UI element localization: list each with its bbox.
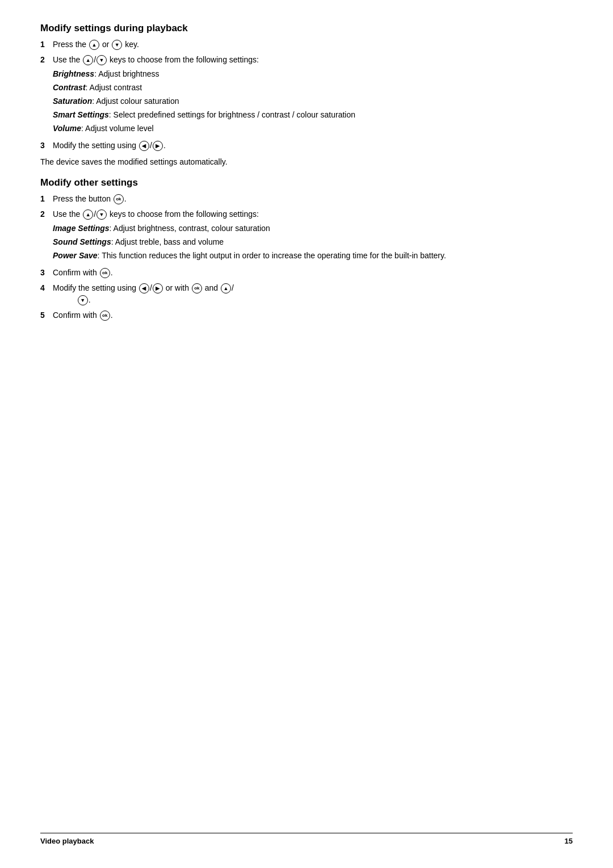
other-step5-content: Confirm with ok. [53,309,573,321]
other-step5-number: 5 [40,309,53,321]
step1-content: Press the or key. [53,39,573,51]
other-step1-content: Press the button ok. [53,193,573,205]
section-modify-other: Modify other settings 1 Press the button… [40,177,573,321]
step1-number: 1 [40,39,53,51]
contrast-setting: Contrast: Adjust contrast [53,82,573,94]
auto-save-note: The device saves the modified settings a… [40,156,573,168]
footer-label: Video playback [40,837,94,845]
sound-settings: Sound Settings: Adjust treble, bass and … [53,236,573,248]
smart-settings-setting: Smart Settings: Select predefined settin… [53,109,573,121]
other-step1: 1 Press the button ok. [40,193,573,205]
settings-list2: Image Settings: Adjust brightness, contr… [53,223,573,262]
down-arrow-icon [112,40,122,50]
ok-button-icon1: ok [114,194,124,204]
ok-button-icon3: ok [192,283,202,293]
up-arrow-icon2 [83,55,93,65]
settings-list1: Brightness: Adjust brightness Contrast: … [53,68,573,135]
ok-button-icon4: ok [100,311,110,321]
section-modify-playback: Modify settings during playback 1 Press … [40,23,573,168]
image-settings: Image Settings: Adjust brightness, contr… [53,223,573,234]
saturation-setting: Saturation: Adjust colour saturation [53,95,573,107]
down-arrow-icon2 [96,55,107,65]
other-step3-content: Confirm with ok. [53,267,573,279]
step2-number: 2 [40,54,53,136]
other-step3-number: 3 [40,267,53,279]
other-step4-number: 4 [40,282,53,306]
section2-steps: 1 Press the button ok. 2 Use the / keys … [40,193,573,321]
left-arrow-icon [139,141,149,151]
page-number: 15 [565,837,573,845]
other-step3: 3 Confirm with ok. [40,267,573,279]
step3-number: 3 [40,140,53,152]
brightness-setting: Brightness: Adjust brightness [53,68,573,80]
other-step2-content: Use the / keys to choose from the follow… [53,208,573,263]
page-footer: Video playback 15 [40,833,573,845]
section1-steps: 1 Press the or key. 2 Use the / keys to … [40,39,573,152]
ok-button-icon2: ok [100,268,110,278]
volume-setting: Volume: Adjust volume level [53,123,573,135]
down-arrow-icon3 [96,209,107,220]
section1-title: Modify settings during playback [40,23,573,34]
step3-content: Modify the setting using /. [53,140,573,152]
left-arrow-icon2 [139,283,149,293]
step2-content: Use the / keys to choose from the follow… [53,54,573,136]
page-container: Modify settings during playback 1 Press … [0,0,613,868]
right-arrow-icon [153,141,163,151]
section2-title: Modify other settings [40,177,573,188]
other-step5: 5 Confirm with ok. [40,309,573,321]
up-arrow-icon3 [83,209,93,220]
other-step4-content: Modify the setting using / or with ok an… [53,282,573,306]
step1: 1 Press the or key. [40,39,573,51]
down-arrow-icon4 [78,295,88,305]
up-arrow-icon [89,40,99,50]
step3: 3 Modify the setting using /. [40,140,573,152]
other-step2: 2 Use the / keys to choose from the foll… [40,208,573,263]
right-arrow-icon2 [153,283,163,293]
other-step1-number: 1 [40,193,53,205]
other-step2-number: 2 [40,208,53,263]
other-step4: 4 Modify the setting using / or with ok … [40,282,573,306]
power-save-setting: Power Save: This function reduces the li… [53,250,573,262]
step2: 2 Use the / keys to choose from the foll… [40,54,573,136]
up-arrow-icon4 [221,283,231,293]
